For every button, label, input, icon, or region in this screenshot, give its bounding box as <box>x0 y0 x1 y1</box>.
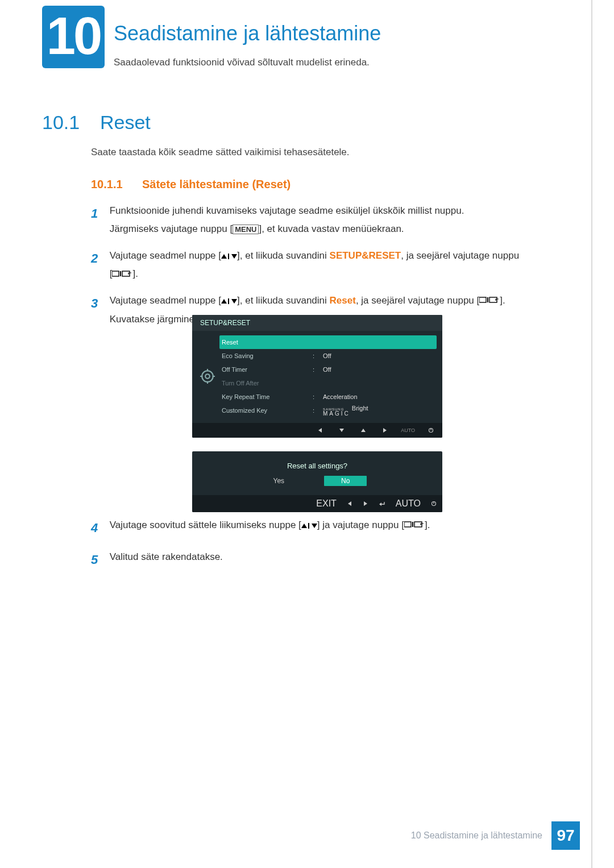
subsection-title: Sätete lähtestamine (Reset) <box>142 178 291 191</box>
nav-up-icon <box>358 426 369 434</box>
page-border-right <box>591 0 592 868</box>
svg-rect-30 <box>308 523 309 529</box>
gear-icon <box>198 335 217 417</box>
osd-row: Key Repeat Time:Acceleration <box>222 390 437 404</box>
dialog-yes-option: Yes <box>268 476 291 486</box>
enter-icon <box>379 499 385 509</box>
step-4: 4 Vajutage soovitud sättele liikumiseks … <box>91 516 563 540</box>
chapter-number-badge: 10 <box>42 6 105 68</box>
up-down-icon <box>221 292 237 310</box>
enter-source-icon <box>404 516 425 534</box>
osd-footer-auto: AUTO <box>401 427 415 433</box>
osd-label: Customized Key <box>222 407 313 414</box>
osd-label: Reset <box>222 339 313 346</box>
step-number: 5 <box>91 548 107 572</box>
step-number: 4 <box>91 516 107 540</box>
step-text: ]. <box>425 520 430 530</box>
svg-rect-33 <box>412 522 413 527</box>
nav-right-icon <box>379 426 391 434</box>
nav-left-icon <box>347 499 352 509</box>
svg-marker-21 <box>383 428 387 433</box>
step-text: , ja seejärel vajutage nuppu <box>401 250 519 261</box>
step-text: ]. <box>132 268 138 279</box>
osd-title: SETUP&RESET <box>192 315 442 331</box>
footer-chapter-ref: 10 Seadistamine ja lähtestamine <box>411 830 542 841</box>
enter-source-icon <box>112 265 132 284</box>
brand-label: MAGIC <box>323 411 350 417</box>
subsection-number: 10.1.1 <box>91 178 123 191</box>
chapter-subtitle: Saadaolevad funktsioonid võivad sõltuval… <box>114 57 370 68</box>
osd-label: Off Timer <box>222 366 313 373</box>
svg-rect-9 <box>479 297 486 302</box>
svg-marker-29 <box>301 524 307 528</box>
section-title: Reset <box>100 111 151 134</box>
svg-marker-19 <box>339 429 344 432</box>
svg-point-13 <box>205 374 210 379</box>
osd-row: Off Timer:Off <box>222 363 437 376</box>
osd-menu: SETUP&RESET Reset Eco Saving:Off Off Tim… <box>192 315 442 438</box>
dialog-exit-label: EXIT <box>316 499 337 509</box>
osd-value: Off <box>323 366 331 373</box>
menu-button-label: MENU <box>233 225 259 234</box>
svg-marker-20 <box>361 429 366 432</box>
step-number: 3 <box>91 292 107 315</box>
svg-marker-2 <box>231 254 237 259</box>
step-text: ]. <box>500 295 505 306</box>
dialog-question: Reset all settings? <box>192 451 442 476</box>
step-text: Vajutage seadmel nuppe [ <box>110 295 221 306</box>
svg-marker-18 <box>318 428 322 433</box>
osd-row-disabled: Turn Off After <box>222 376 437 390</box>
svg-point-12 <box>202 371 213 382</box>
step-text: ], et kuvada vastav menüüekraan. <box>259 223 404 234</box>
step-1: 1 Funktsioonide juhendi kuvamiseks vajut… <box>91 202 563 239</box>
nav-down-icon <box>336 426 347 434</box>
step-text: ], et liikuda suvandini <box>237 295 330 306</box>
svg-marker-8 <box>231 299 237 304</box>
chapter-number: 10 <box>47 6 100 66</box>
page-number-badge: 97 <box>551 821 580 850</box>
step-text: Vajutage seadmel nuppe [ <box>110 250 221 261</box>
section-intro: Saate taastada kõik seadme sätted vaikim… <box>91 147 350 158</box>
svg-marker-0 <box>221 254 227 259</box>
up-down-icon <box>221 247 237 265</box>
osd-label: Key Repeat Time <box>222 393 313 400</box>
svg-marker-24 <box>348 501 351 506</box>
chapter-title: Seadistamine ja lähtestamine <box>114 22 381 45</box>
osd-value: Acceleration <box>323 393 358 400</box>
osd-label: Eco Saving <box>222 352 313 359</box>
osd-row: Eco Saving:Off <box>222 349 437 363</box>
step-number: 2 <box>91 247 107 271</box>
step-text: ] ja vajutage nuppu [ <box>317 520 404 530</box>
svg-marker-26 <box>379 502 381 506</box>
step-text: Funktsioonide juhendi kuvamiseks vajutag… <box>110 205 464 216</box>
reset-confirm-dialog: Reset all settings? Yes No EXIT AUTO <box>192 451 442 512</box>
osd-row: Customized Key:SAMSUNGMAGIC Bright <box>222 404 437 417</box>
svg-marker-31 <box>312 524 317 528</box>
power-icon <box>425 426 437 434</box>
section-number: 10.1 <box>42 111 80 134</box>
dialog-footer: EXIT AUTO <box>192 495 442 512</box>
svg-rect-3 <box>112 271 119 276</box>
osd-screenshot-group: SETUP&RESET Reset Eco Saving:Off Off Tim… <box>192 315 442 512</box>
dialog-no-option-selected: No <box>324 476 367 486</box>
nav-left-icon <box>314 426 326 434</box>
svg-marker-25 <box>364 501 367 506</box>
step-text: Järgmiseks vajutage nuppu [ <box>110 223 233 234</box>
page-footer: 10 Seadistamine ja lähtestamine 97 <box>411 821 580 850</box>
step-number: 1 <box>91 202 107 226</box>
nav-right-icon <box>363 499 368 509</box>
osd-value-text: Bright <box>352 405 368 412</box>
power-icon <box>431 499 437 509</box>
osd-row-selected: Reset <box>219 335 437 349</box>
menu-target: SETUP&RESET <box>330 250 401 261</box>
step-text: ], et liikuda suvandini <box>237 250 330 261</box>
svg-rect-7 <box>228 298 229 304</box>
step-text: , ja seejärel vajutage nuppu [ <box>356 295 479 306</box>
osd-footer: AUTO <box>192 423 442 438</box>
dialog-auto-label: AUTO <box>396 499 421 509</box>
step-5: 5 Valitud säte rakendatakse. <box>91 548 563 572</box>
enter-source-icon <box>479 292 500 310</box>
osd-value: SAMSUNGMAGIC Bright <box>323 405 368 417</box>
osd-value: Off <box>323 352 331 359</box>
svg-marker-6 <box>221 299 227 304</box>
